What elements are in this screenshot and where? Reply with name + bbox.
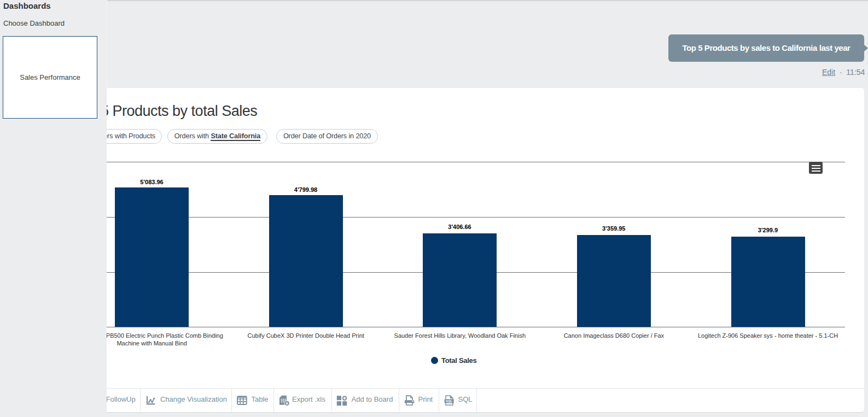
svg-text:SQL: SQL <box>446 400 453 403</box>
